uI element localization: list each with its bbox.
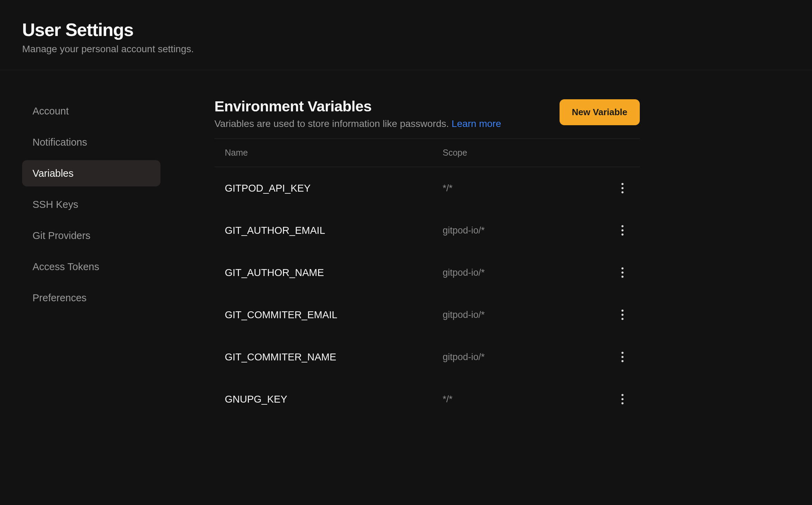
- more-vertical-icon: [621, 352, 624, 362]
- variable-name: GIT_AUTHOR_NAME: [225, 267, 443, 278]
- variable-scope: gitpod-io/*: [443, 310, 609, 320]
- table-header-row: Name Scope: [214, 139, 640, 167]
- variable-name: GIT_COMMITER_EMAIL: [225, 309, 443, 321]
- variable-scope: gitpod-io/*: [443, 352, 609, 362]
- page-subtitle: Manage your personal account settings.: [22, 44, 790, 55]
- sidebar: AccountNotificationsVariablesSSH KeysGit…: [0, 98, 214, 420]
- sidebar-item-label: Notifications: [33, 137, 87, 148]
- page-header: User Settings Manage your personal accou…: [0, 0, 812, 70]
- table-row: GIT_COMMITER_EMAILgitpod-io/*: [214, 294, 640, 336]
- column-header-scope: Scope: [443, 148, 609, 158]
- variable-name: GIT_COMMITER_NAME: [225, 351, 443, 363]
- sidebar-nav: AccountNotificationsVariablesSSH KeysGit…: [22, 98, 214, 311]
- sidebar-item-label: Preferences: [33, 292, 86, 304]
- row-actions: [609, 181, 629, 195]
- row-actions: [609, 223, 629, 237]
- more-vertical-icon: [621, 310, 624, 320]
- variable-name: GITPOD_API_KEY: [225, 183, 443, 194]
- table-row: GIT_COMMITER_NAMEgitpod-io/*: [214, 336, 640, 378]
- sidebar-item-preferences[interactable]: Preferences: [22, 285, 160, 311]
- row-actions-button[interactable]: [616, 181, 629, 195]
- section-subheading: Variables are used to store information …: [214, 118, 501, 129]
- variable-name: GNUPG_KEY: [225, 394, 443, 405]
- content-layout: AccountNotificationsVariablesSSH KeysGit…: [0, 70, 812, 420]
- variable-scope: gitpod-io/*: [443, 267, 609, 278]
- sidebar-item-git-providers[interactable]: Git Providers: [22, 222, 160, 249]
- new-variable-button[interactable]: New Variable: [560, 99, 640, 125]
- sidebar-item-label: Account: [33, 105, 69, 117]
- variable-name: GIT_AUTHOR_EMAIL: [225, 225, 443, 236]
- table-row: GIT_AUTHOR_EMAILgitpod-io/*: [214, 209, 640, 251]
- page-title: User Settings: [22, 19, 790, 40]
- variable-scope: */*: [443, 183, 609, 194]
- more-vertical-icon: [621, 267, 624, 278]
- sidebar-item-account[interactable]: Account: [22, 98, 160, 124]
- variables-table: Name Scope GITPOD_API_KEY*/*GIT_AUTHOR_E…: [214, 138, 640, 420]
- more-vertical-icon: [621, 394, 624, 404]
- sidebar-item-label: SSH Keys: [33, 199, 78, 210]
- more-vertical-icon: [621, 225, 624, 236]
- row-actions: [609, 308, 629, 322]
- section-heading-block: Environment Variables Variables are used…: [214, 98, 501, 129]
- sidebar-item-label: Access Tokens: [33, 261, 99, 273]
- column-header-name: Name: [225, 148, 443, 158]
- table-row: GITPOD_API_KEY*/*: [214, 167, 640, 209]
- sidebar-item-variables[interactable]: Variables: [22, 160, 160, 186]
- section-header: Environment Variables Variables are used…: [214, 98, 640, 129]
- table-row: GNUPG_KEY*/*: [214, 378, 640, 420]
- row-actions-button[interactable]: [616, 308, 629, 322]
- row-actions: [609, 266, 629, 279]
- section-subheading-text: Variables are used to store information …: [214, 118, 452, 129]
- row-actions-button[interactable]: [616, 266, 629, 279]
- main-content: Environment Variables Variables are used…: [214, 98, 726, 420]
- row-actions-button[interactable]: [616, 392, 629, 406]
- learn-more-link[interactable]: Learn more: [452, 118, 501, 129]
- section-heading: Environment Variables: [214, 98, 501, 115]
- sidebar-item-label: Variables: [33, 168, 74, 179]
- sidebar-item-ssh-keys[interactable]: SSH Keys: [22, 191, 160, 218]
- sidebar-item-notifications[interactable]: Notifications: [22, 129, 160, 155]
- row-actions: [609, 350, 629, 364]
- sidebar-item-access-tokens[interactable]: Access Tokens: [22, 254, 160, 280]
- more-vertical-icon: [621, 183, 624, 193]
- row-actions-button[interactable]: [616, 350, 629, 364]
- row-actions-button[interactable]: [616, 223, 629, 237]
- variable-scope: gitpod-io/*: [443, 225, 609, 236]
- row-actions: [609, 392, 629, 406]
- table-body: GITPOD_API_KEY*/*GIT_AUTHOR_EMAILgitpod-…: [214, 167, 640, 420]
- sidebar-item-label: Git Providers: [33, 230, 91, 241]
- variable-scope: */*: [443, 394, 609, 405]
- table-row: GIT_AUTHOR_NAMEgitpod-io/*: [214, 251, 640, 294]
